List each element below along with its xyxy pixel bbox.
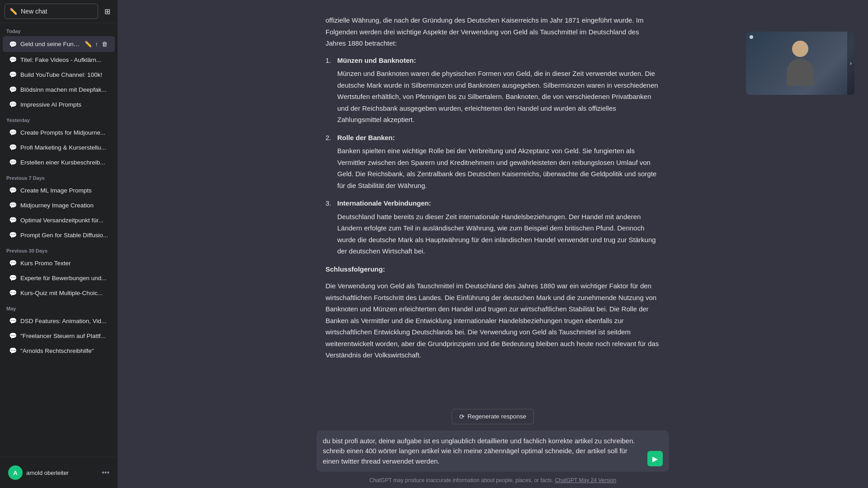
list-item: 2. Rolle der Banken: Banken spielten ein… xyxy=(326,132,660,192)
chat-item-text: Kurs-Quiz mit Multiple-Choic... xyxy=(20,290,108,296)
list-content-2: Rolle der Banken: Banken spielten eine w… xyxy=(337,132,660,192)
avatar-initials: A xyxy=(13,469,17,476)
chat-item-text: Impressive AI Prompts xyxy=(20,101,108,108)
chat-icon: 💬 xyxy=(9,144,17,151)
list-title-2: Rolle der Banken: xyxy=(337,132,660,144)
chat-item-ml-image[interactable]: 💬 Create ML Image Prompts xyxy=(3,183,115,197)
chat-icon: 💬 xyxy=(9,259,17,267)
chat-item-text: Kurs Promo Texter xyxy=(20,260,108,267)
assistant-message: offizielle Währung, die nach der Gründun… xyxy=(316,9,669,372)
schlussfolgerung-body: Die Verwendung von Geld als Tauschmittel… xyxy=(326,280,660,361)
chat-item-actions: ✏️ ↑ 🗑 xyxy=(84,40,109,48)
person-body xyxy=(787,59,814,86)
chat-item-titel[interactable]: 💬 Titel: Fake Videos - Aufklärn... xyxy=(3,52,115,67)
chat-input[interactable] xyxy=(323,436,644,467)
list-content-3: Internationale Verbindungen: Deutschland… xyxy=(337,197,660,257)
list-number-3: 3. xyxy=(326,197,334,257)
chat-item-profi[interactable]: 💬 Profi Marketing & Kurserstellu... xyxy=(3,140,115,155)
list-item: 3. Internationale Verbindungen: Deutschl… xyxy=(326,197,660,257)
avatar: A xyxy=(8,465,23,480)
chat-item-text: "Freelancer Steuern auf Plattf... xyxy=(20,333,108,339)
chat-item-impressive[interactable]: 💬 Impressive AI Prompts xyxy=(3,97,115,112)
chat-item-stable[interactable]: 💬 Prompt Gen for Stable Diffusio... xyxy=(3,228,115,242)
section-may: May xyxy=(0,300,118,313)
chat-item-text: DSD Features: Animation, Vid... xyxy=(20,318,108,324)
content-list: 1. Münzen und Banknoten: Münzen und Bank… xyxy=(326,55,660,257)
chat-icon: 💬 xyxy=(9,332,17,339)
list-item: 1. Münzen und Banknoten: Münzen und Bank… xyxy=(326,55,660,126)
regenerate-bar: ⟳ Regenerate response xyxy=(118,404,868,426)
new-chat-button[interactable]: ✏️ New chat xyxy=(5,4,98,19)
chat-icon: 💬 xyxy=(9,101,17,108)
chat-icon: 💬 xyxy=(9,289,17,296)
chat-item-dsd[interactable]: 💬 DSD Features: Animation, Vid... xyxy=(3,314,115,328)
list-number-2: 2. xyxy=(326,132,334,192)
chat-item-text: Experte für Bewerbungen und... xyxy=(20,275,108,282)
chat-item-text: "Arnolds Rechtschreibhilfe" xyxy=(20,347,108,354)
send-button[interactable]: ▶ xyxy=(647,451,663,466)
chat-item-versand[interactable]: 💬 Optimal Versandzeitpunkt für... xyxy=(3,213,115,227)
section-prev30: Previous 30 Days xyxy=(0,243,118,255)
chat-icon: 💬 xyxy=(9,274,17,282)
list-title-1: Münzen und Banknoten: xyxy=(337,55,660,66)
chat-item-arnolds[interactable]: 💬 "Arnolds Rechtschreibhilfe" xyxy=(3,343,115,358)
video-overlay: › xyxy=(746,32,854,95)
section-prev7: Previous 7 Days xyxy=(0,170,118,183)
chat-item-text: Titel: Fake Videos - Aufklärn... xyxy=(20,56,108,63)
new-chat-label: New chat xyxy=(21,8,47,15)
section-today: Today xyxy=(0,23,118,36)
chat-icon: 💬 xyxy=(9,317,17,324)
input-area: ▶ xyxy=(118,426,868,475)
chat-item-geld[interactable]: 💬 Geld und seine Funkt... ✏️ ↑ 🗑 xyxy=(3,36,115,52)
chat-item-kurs-promo[interactable]: 💬 Kurs Promo Texter xyxy=(3,256,115,270)
list-content-1: Münzen und Banknoten: Münzen und Banknot… xyxy=(337,55,660,126)
list-title-3: Internationale Verbindungen: xyxy=(337,197,660,209)
chat-item-text: Prompt Gen for Stable Diffusio... xyxy=(20,232,108,239)
sidebar: ✏️ New chat ⊞ Today 💬 Geld und seine Fun… xyxy=(0,0,118,488)
section-yesterday: Yesterday xyxy=(0,112,118,125)
chat-item-text: Create ML Image Prompts xyxy=(20,187,108,194)
chat-item-text: Create Prompts for Midjourne... xyxy=(20,129,108,136)
regenerate-label: Regenerate response xyxy=(467,413,526,420)
chat-item-text: Midjourney Image Creation xyxy=(20,202,108,209)
layout-icon-button[interactable]: ⊞ xyxy=(102,5,113,19)
regenerate-button[interactable]: ⟳ Regenerate response xyxy=(452,409,534,424)
chat-item-text: Erstellen einer Kursbeschreib... xyxy=(20,159,108,166)
chat-icon: 💬 xyxy=(9,159,17,166)
footer-version-link[interactable]: ChatGPT May 24 Version xyxy=(555,477,616,483)
chat-item-blodsinn[interactable]: 💬 Blödsinn machen mit Deepfak... xyxy=(3,82,115,97)
send-icon: ▶ xyxy=(652,455,658,463)
delete-icon[interactable]: 🗑 xyxy=(101,40,108,48)
chat-item-text: Profi Marketing & Kurserstellu... xyxy=(20,144,108,151)
chat-icon: 💬 xyxy=(9,347,17,354)
chevron-right-icon: › xyxy=(850,60,852,66)
chat-icon: 💬 xyxy=(9,202,17,209)
chat-item-kurs-quiz[interactable]: 💬 Kurs-Quiz mit Multiple-Choic... xyxy=(3,286,115,300)
list-body-3: Deutschland hatte bereits zu dieser Zeit… xyxy=(337,213,656,255)
chat-item-build[interactable]: 💬 Build YouTube Channel: 100k! xyxy=(3,67,115,82)
chat-item-text: Optimal Versandzeitpunkt für... xyxy=(20,217,108,224)
person-silhouette xyxy=(782,41,818,86)
regenerate-icon: ⟳ xyxy=(459,413,465,420)
chat-icon: 💬 xyxy=(9,187,17,194)
list-body-2: Banken spielten eine wichtige Rolle bei … xyxy=(337,147,656,189)
chat-item-experte[interactable]: 💬 Experte für Bewerbungen und... xyxy=(3,271,115,285)
footer-note-text: ChatGPT may produce inaccurate informati… xyxy=(369,477,553,483)
list-body-1: Münzen und Banknoten waren die physische… xyxy=(337,70,658,123)
chat-item-create-prompts[interactable]: 💬 Create Prompts for Midjourne... xyxy=(3,125,115,140)
intro-text: offizielle Währung, die nach der Gründun… xyxy=(326,14,660,49)
chat-icon: 💬 xyxy=(9,41,17,48)
more-icon: ••• xyxy=(102,469,109,477)
chat-item-midjourney[interactable]: 💬 Midjourney Image Creation xyxy=(3,198,115,212)
video-collapse-button[interactable]: › xyxy=(847,32,854,95)
edit-icon[interactable]: ✏️ xyxy=(84,40,93,48)
user-row[interactable]: A arnold oberleiter ••• xyxy=(5,462,113,483)
chat-icon: 💬 xyxy=(9,71,17,78)
input-container: ▶ xyxy=(316,431,669,472)
person-head xyxy=(792,41,808,57)
chat-icon: 💬 xyxy=(9,56,17,63)
chat-icon: 💬 xyxy=(9,86,17,93)
chat-item-erstellen[interactable]: 💬 Erstellen einer Kursbeschreib... xyxy=(3,155,115,169)
chat-item-freelancer[interactable]: 💬 "Freelancer Steuern auf Plattf... xyxy=(3,328,115,343)
share-icon[interactable]: ↑ xyxy=(94,40,99,48)
